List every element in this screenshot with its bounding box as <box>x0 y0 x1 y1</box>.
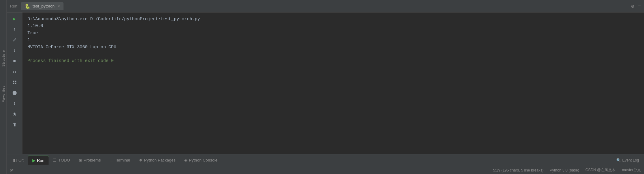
wrench-svg <box>12 38 17 42</box>
console-line-true: True <box>27 30 639 36</box>
main-area: ▶ ↑ ↓ ■ ↻ ↕ <box>7 12 644 154</box>
layers-icon[interactable] <box>10 78 19 87</box>
python-console-icon: ◈ <box>184 158 187 162</box>
sort-icon[interactable]: ↕ <box>10 99 19 108</box>
tab-run[interactable]: ▶ Run <box>28 156 49 165</box>
console-line-command: D:\Anaconda3\python.exe D:/Coderlife/pyt… <box>27 16 639 22</box>
console-line-one: 1 <box>27 36 639 43</box>
pin-icon[interactable] <box>10 110 19 118</box>
svg-rect-8 <box>14 124 15 126</box>
status-csdn: CSDN @在凤凰木 <box>585 167 616 173</box>
tab-todo-label: TODO <box>58 158 70 162</box>
tab-python-packages-label: Python Packages <box>144 158 176 162</box>
wrench-icon[interactable] <box>10 36 19 44</box>
print-icon[interactable] <box>10 89 19 97</box>
tab-run-label: Run <box>37 158 45 163</box>
tab-python-console-label: Python Console <box>189 158 218 162</box>
run-tab[interactable]: 🐍 test_pytorch × <box>21 2 63 10</box>
git-icon: ◧ <box>13 158 17 162</box>
tab-git[interactable]: ◧ Git <box>9 156 28 164</box>
svg-rect-3 <box>15 83 16 84</box>
tab-name: test_pytorch <box>32 4 54 8</box>
todo-icon: ☰ <box>53 158 57 162</box>
svg-rect-6 <box>13 94 16 95</box>
tab-close-button[interactable]: × <box>58 4 60 8</box>
layers-svg <box>12 80 17 85</box>
bottom-bar: ◧ Git ▶ Run ☰ TODO ◉ Problems ▭ Terminal… <box>7 154 644 166</box>
svg-rect-0 <box>13 81 14 82</box>
tab-problems-label: Problems <box>84 158 101 162</box>
status-position: 5:19 (196 chars, 5 line breaks) <box>493 168 543 172</box>
tab-python-console[interactable]: ◈ Python Console <box>180 156 222 164</box>
run-icon: ▶ <box>32 158 35 163</box>
tab-python-packages[interactable]: ❖ Python Packages <box>134 156 180 164</box>
console-output: D:\Anaconda3\python.exe D:/Coderlife/pyt… <box>22 12 644 154</box>
down-icon[interactable]: ↓ <box>10 46 19 55</box>
favorites-label[interactable]: Favorites <box>2 85 5 102</box>
tab-git-label: Git <box>18 158 24 162</box>
status-bar: 5:19 (196 chars, 5 line breaks) Python 3… <box>7 166 644 174</box>
status-python-version[interactable]: Python 3.8 (base) <box>550 168 579 172</box>
event-log-label: Event Log <box>622 158 639 162</box>
git-branch-icon <box>10 168 14 172</box>
tab-todo[interactable]: ☰ TODO <box>49 156 74 164</box>
python-tab-icon: 🐍 <box>25 3 31 9</box>
svg-point-12 <box>12 169 13 170</box>
minimize-icon[interactable]: − <box>638 3 641 9</box>
structure-label[interactable]: Structure <box>2 50 5 67</box>
console-line-empty <box>27 51 639 57</box>
top-bar-actions: ⚙ − <box>631 3 641 9</box>
console-line-version: 1.10.0 <box>27 22 639 29</box>
svg-rect-5 <box>12 92 16 94</box>
python-packages-icon: ❖ <box>139 158 143 162</box>
svg-point-7 <box>15 93 16 93</box>
status-branch: master分支 <box>622 167 641 173</box>
play-icon[interactable]: ▶ <box>10 14 19 23</box>
svg-rect-10 <box>14 123 15 123</box>
print-svg <box>12 91 17 95</box>
branch-svg <box>10 168 14 172</box>
terminal-icon: ▭ <box>110 158 113 162</box>
svg-rect-9 <box>13 123 16 124</box>
tab-terminal-label: Terminal <box>115 158 130 162</box>
problems-icon: ◉ <box>79 158 82 162</box>
svg-rect-4 <box>13 91 16 92</box>
settings-icon[interactable]: ⚙ <box>631 3 634 9</box>
stop-icon[interactable]: ■ <box>10 57 19 65</box>
svg-point-11 <box>11 169 12 170</box>
run-label: Run: <box>10 4 18 8</box>
tab-terminal[interactable]: ▭ Terminal <box>105 156 134 164</box>
svg-rect-1 <box>15 81 16 82</box>
pin-svg <box>12 112 17 116</box>
console-line-finished: Process finished with exit code 0 <box>27 57 639 64</box>
left-sidebar: ▶ ↑ ↓ ■ ↻ ↕ <box>7 12 22 154</box>
tab-problems[interactable]: ◉ Problems <box>74 156 105 164</box>
svg-rect-2 <box>13 83 14 84</box>
console-line-gpu: NVIDIA GeForce RTX 3060 Laptop GPU <box>27 44 639 51</box>
trash-svg <box>12 123 17 127</box>
search-icon: 🔍 <box>616 158 621 162</box>
rerun-icon[interactable]: ↻ <box>10 67 19 76</box>
event-log[interactable]: 🔍 Event Log <box>613 158 642 162</box>
trash-icon[interactable] <box>10 120 19 129</box>
far-left-panel: Structure Favorites <box>0 0 7 174</box>
up-icon[interactable]: ↑ <box>10 25 19 34</box>
top-bar: Run: 🐍 test_pytorch × ⚙ − <box>7 0 644 12</box>
